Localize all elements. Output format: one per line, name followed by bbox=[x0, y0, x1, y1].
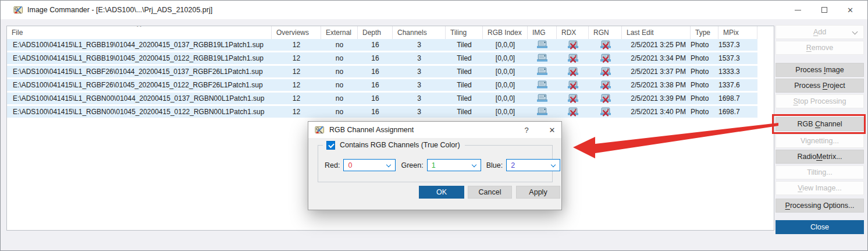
green-channel-select[interactable]: 1 bbox=[427, 159, 481, 171]
drive-icon bbox=[537, 94, 547, 103]
cell-rgn bbox=[589, 93, 622, 104]
cell-type: Photo bbox=[691, 106, 718, 118]
cell-img bbox=[528, 66, 557, 77]
table-row[interactable]: E:\ADS100\041415\L1_RGBF26\01044_2020041… bbox=[7, 66, 774, 79]
table-row[interactable]: E:\ADS100\041415\L1_RGBN00\01045_2020041… bbox=[7, 106, 774, 119]
chevron-down-icon bbox=[471, 162, 476, 167]
column-header-rgb_index[interactable]: RGB Index bbox=[483, 26, 528, 39]
cell-last_edit: 2/5/2021 3:38 PM bbox=[622, 79, 691, 91]
drive-icon bbox=[537, 67, 547, 76]
close-button[interactable]: Close bbox=[775, 220, 864, 234]
cell-file: E:\ADS100\041415\L1_RGBN00\01045_2020041… bbox=[7, 106, 272, 118]
column-header-type[interactable]: Type bbox=[691, 26, 718, 39]
dialog-app-icon bbox=[315, 125, 325, 135]
column-header-label: RDX bbox=[561, 29, 576, 37]
titlebar: Image Commander - [E:\ADS100\...\Prj_ADS… bbox=[1, 1, 867, 19]
cell-tiling: Tiled bbox=[446, 66, 483, 77]
stop-processing-button: Stop Processing bbox=[775, 94, 864, 108]
cell-mpix: 1333.3 bbox=[718, 66, 757, 77]
cell-rgn bbox=[589, 106, 622, 118]
ok-button[interactable]: OK bbox=[419, 186, 464, 199]
column-header-label: Channels bbox=[397, 29, 427, 37]
cell-last_edit: 2/5/2021 3:39 PM bbox=[622, 93, 691, 104]
column-header-label: Overviews bbox=[276, 29, 309, 37]
column-header-depth[interactable]: Depth bbox=[358, 26, 393, 39]
groupbox-label: Contains RGB Channels (True Color) bbox=[340, 141, 460, 149]
cell-rgb_index: [0,0,0] bbox=[483, 52, 528, 64]
process-image-overviews-button[interactable]: Process Image Overviews... bbox=[775, 63, 864, 77]
column-header-label: Depth bbox=[362, 29, 381, 37]
cell-img bbox=[528, 39, 557, 51]
cell-mpix: 1337.6 bbox=[718, 79, 757, 91]
view-image-button: View Image... bbox=[775, 181, 864, 195]
table-row[interactable]: E:\ADS100\041415\L1_RGBF26\01045_2020041… bbox=[7, 79, 774, 93]
rgb-channel-assignment-dialog: RGB Channel Assignment ? ✕ Contains RGB … bbox=[308, 121, 562, 210]
column-header-label: External bbox=[326, 29, 351, 37]
cell-file: E:\ADS100\041415\L1_RGBN00\01044_2020041… bbox=[7, 93, 272, 104]
cell-img bbox=[528, 106, 557, 118]
column-header-rdx[interactable]: RDX bbox=[557, 26, 589, 39]
close-window-button[interactable]: ✕ bbox=[837, 1, 863, 19]
table-row[interactable]: E:\ADS100\041415\L1_RGBB19\01045_2020041… bbox=[7, 52, 774, 66]
cell-last_edit: 2/5/2021 3:34 PM bbox=[622, 52, 691, 64]
cell-file: E:\ADS100\041415\L1_RGBF26\01044_2020041… bbox=[7, 66, 272, 77]
image-commander-window: Image Commander - [E:\ADS100\...\Prj_ADS… bbox=[0, 0, 868, 251]
minimize-button[interactable] bbox=[785, 1, 811, 19]
channel-fields: Red:0Green:1Blue:2 bbox=[325, 159, 560, 171]
dialog-titlebar: RGB Channel Assignment ? ✕ bbox=[308, 122, 561, 138]
cell-rdx bbox=[557, 79, 589, 91]
dialog-help-button[interactable]: ? bbox=[518, 122, 535, 138]
column-header-filler bbox=[757, 26, 774, 39]
column-header-last_edit[interactable]: Last Edit bbox=[622, 26, 691, 39]
column-header-rgn[interactable]: RGN bbox=[589, 26, 622, 39]
column-header-overviews[interactable]: Overviews bbox=[272, 26, 321, 39]
cancel-button[interactable]: Cancel bbox=[468, 186, 512, 199]
drive-missing-icon bbox=[600, 40, 611, 50]
cell-rgb_index: [0,0,0] bbox=[483, 106, 528, 118]
cell-last_edit: 2/5/2021 3:25 PM bbox=[622, 39, 691, 51]
drive-missing-icon bbox=[568, 54, 578, 63]
table-row[interactable]: E:\ADS100\041415\L1_RGBN00\01044_2020041… bbox=[7, 93, 774, 106]
processing-options-button[interactable]: Processing Options... bbox=[775, 199, 864, 213]
chevron-down-icon bbox=[852, 29, 858, 35]
column-header-file[interactable]: File^ bbox=[7, 26, 272, 39]
cell-rgb_index: [0,0,0] bbox=[483, 66, 528, 77]
cell-type: Photo bbox=[691, 66, 718, 77]
column-header-label: MPix bbox=[723, 29, 739, 37]
minimize-icon bbox=[795, 10, 801, 10]
radiometrix-button[interactable]: RadioMetrix... bbox=[775, 150, 864, 164]
red-channel-select[interactable]: 0 bbox=[343, 159, 396, 171]
table-body: E:\ADS100\041415\L1_RGBB19\01044_2020041… bbox=[7, 39, 774, 119]
apply-button[interactable]: Apply bbox=[516, 186, 560, 199]
contains-rgb-checkbox[interactable] bbox=[326, 141, 335, 150]
column-header-mpix[interactable]: MPix bbox=[718, 26, 757, 39]
column-header-channels[interactable]: Channels bbox=[393, 26, 446, 39]
rgb-channel-assignment-button[interactable]: RGB Channel Assignment... bbox=[775, 117, 864, 131]
cell-tiling: Tiled bbox=[446, 106, 483, 118]
cell-img bbox=[528, 93, 557, 104]
maximize-button[interactable] bbox=[811, 1, 837, 19]
cell-tiling: Tiled bbox=[446, 52, 483, 64]
blue-channel-select[interactable]: 2 bbox=[506, 159, 560, 171]
cell-external: no bbox=[321, 39, 358, 51]
column-header-img[interactable]: IMG bbox=[528, 26, 557, 39]
cell-filler bbox=[757, 93, 774, 104]
column-header-external[interactable]: External bbox=[321, 26, 358, 39]
column-header-tiling[interactable]: Tiling bbox=[446, 26, 483, 39]
cell-img bbox=[528, 52, 557, 64]
cell-type: Photo bbox=[691, 39, 718, 51]
process-project-overview-button[interactable]: Process Project Overview... bbox=[775, 79, 864, 93]
add-button: Add bbox=[775, 25, 864, 39]
cell-rgn bbox=[589, 39, 622, 51]
drive-missing-icon bbox=[568, 107, 578, 116]
vignetting-button: Vignetting... bbox=[775, 134, 864, 148]
cell-rgb_index: [0,0,0] bbox=[483, 79, 528, 91]
drive-missing-icon bbox=[600, 94, 611, 103]
column-header-label: Tiling bbox=[450, 29, 467, 37]
drive-icon bbox=[537, 40, 547, 50]
cell-depth: 16 bbox=[358, 52, 393, 64]
dialog-close-button[interactable]: ✕ bbox=[543, 122, 561, 138]
column-header-label: RGN bbox=[593, 29, 609, 37]
cell-depth: 16 bbox=[358, 66, 393, 77]
table-row[interactable]: E:\ADS100\041415\L1_RGBB19\01044_2020041… bbox=[7, 39, 774, 52]
